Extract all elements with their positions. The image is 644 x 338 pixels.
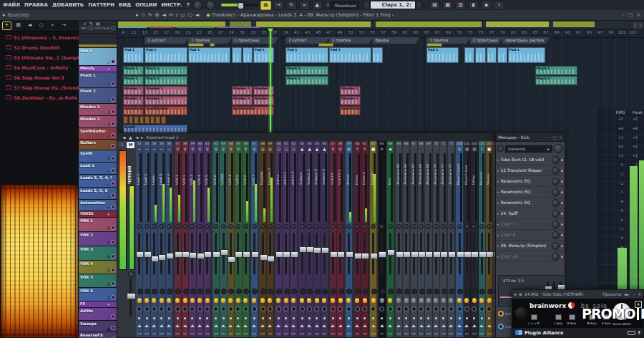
channel-mute-light[interactable]: [371, 298, 376, 303]
master-volume-slider[interactable]: [221, 4, 258, 6]
minimize-button[interactable]: –: [622, 12, 625, 18]
pattern-clip[interactable]: Pad 1: [286, 47, 328, 63]
pattern-clip[interactable]: Rhodes 1: [232, 86, 253, 95]
fx-slot-7[interactable]: ▸Слот 7: [496, 219, 565, 230]
channel-dot[interactable]: [199, 317, 201, 319]
channel-mute-light[interactable]: [307, 298, 311, 303]
channel-pan-knob[interactable]: [276, 224, 281, 229]
pattern-clip[interactable]: [475, 47, 485, 63]
channel-dot[interactable]: [245, 317, 247, 319]
channel-dot[interactable]: [450, 317, 452, 319]
pattern-clip[interactable]: [464, 47, 474, 63]
pattern-clip[interactable]: [155, 116, 160, 124]
channel-dot[interactable]: [184, 317, 186, 319]
channel-dot[interactable]: [473, 317, 475, 319]
track-mute-dot[interactable]: [111, 226, 115, 230]
channel-pan-knob[interactable]: [213, 224, 218, 229]
channel-record-button[interactable]: [175, 306, 180, 312]
channel-sep-knob[interactable]: [252, 289, 258, 294]
channel-dot[interactable]: [206, 317, 208, 319]
mixer-channel-55[interactable]: 55▲Sweeps 3: [313, 141, 321, 337]
track-mute-dot[interactable]: [111, 193, 115, 198]
channel-sep-knob[interactable]: [167, 289, 172, 294]
channel-sep-knob[interactable]: [284, 289, 290, 294]
pattern-clip[interactable]: [123, 116, 128, 124]
fx-slot-10[interactable]: ▸Слот 10: [496, 251, 565, 262]
tracklist-tool-icon[interactable]: +: [83, 21, 87, 26]
fx-slot-enable-dot[interactable]: [561, 256, 563, 258]
channel-sep-knob[interactable]: [346, 289, 352, 294]
channel-fx-toggle[interactable]: [160, 324, 164, 327]
menu-item-6[interactable]: ИНСТР.: [161, 2, 182, 8]
channel-sep-knob[interactable]: [363, 289, 369, 294]
skip-icon[interactable]: →: [59, 21, 69, 30]
pattern-clip[interactable]: Pad 1: [329, 47, 372, 63]
channel-mute-light[interactable]: [175, 298, 180, 303]
channel-record-button[interactable]: [426, 306, 431, 312]
pattern-clip[interactable]: Pluck 1: [535, 66, 578, 75]
mixer-window[interactable]: ▪▲◄▸Компактный 2 › 1 M ЧЕТКИЙ 32~Lead 13…: [117, 132, 495, 338]
channel-dot[interactable]: [466, 317, 468, 319]
channel-fader-track[interactable]: [160, 233, 162, 274]
channel-sep-knob[interactable]: [300, 289, 306, 294]
pattern-clip[interactable]: Pluck 1: [145, 66, 187, 75]
channel-mute-light[interactable]: [300, 298, 304, 303]
master-pan-knob[interactable]: [128, 271, 135, 278]
menu-item-0[interactable]: ФАЙЛ: [3, 2, 20, 8]
track-row[interactable]: Pad 1♪: [79, 48, 117, 66]
fx-slot-enable-dot[interactable]: [561, 159, 563, 161]
fx-slot-enable-dot[interactable]: [561, 245, 563, 247]
channel-mute-light[interactable]: [243, 298, 248, 303]
channel-record-button[interactable]: [314, 306, 319, 312]
channel-dot[interactable]: [332, 317, 334, 319]
channel-pan-knob[interactable]: [457, 224, 462, 229]
channel-mute-light[interactable]: [197, 298, 202, 303]
menu-item-5[interactable]: ОПЦИИ: [135, 2, 157, 8]
fx-slot-enable-dot[interactable]: [561, 202, 563, 204]
magnet-icon[interactable]: ∩: [142, 12, 145, 18]
pattern-clip[interactable]: [145, 116, 150, 124]
maximize-button[interactable]: □: [628, 12, 633, 18]
channel-pan-knob[interactable]: [338, 224, 343, 229]
snap-selector[interactable]: Линейная: [330, 1, 359, 9]
channel-fx-toggle[interactable]: [434, 324, 438, 327]
channel-pan-knob[interactable]: [228, 224, 233, 229]
pattern-clip[interactable]: [426, 43, 442, 47]
channel-fx-toggle[interactable]: [346, 324, 351, 327]
channel-pan-knob[interactable]: [182, 224, 187, 229]
track-mute-dot[interactable]: [111, 205, 115, 209]
channel-sep-knob[interactable]: [322, 289, 328, 294]
channel-mute-light[interactable]: [228, 298, 233, 303]
channel-dot[interactable]: [488, 317, 490, 319]
channel-sep-knob[interactable]: [152, 289, 157, 294]
fx-slot-enable-dot[interactable]: [561, 180, 563, 183]
channel-pan-knob[interactable]: [145, 224, 150, 229]
channel-dot[interactable]: [481, 317, 483, 319]
channel-dot[interactable]: [420, 317, 422, 319]
slide-icon[interactable]: ↔: [169, 12, 173, 18]
channel-sep-knob[interactable]: [371, 289, 377, 294]
channel-sep-knob[interactable]: [464, 289, 470, 294]
channel-fader-track[interactable]: [301, 233, 303, 274]
channel-record-button[interactable]: [228, 306, 233, 312]
channel-pan-knob[interactable]: [268, 224, 273, 229]
channel-fx-toggle[interactable]: [152, 324, 156, 327]
channel-pan-knob[interactable]: [307, 224, 312, 229]
channel-record-button[interactable]: [419, 306, 424, 312]
fx-slot-enable-dot[interactable]: [561, 234, 563, 236]
channel-pan-knob[interactable]: [362, 224, 367, 229]
channel-mute-light[interactable]: [167, 298, 171, 303]
channel-pan-knob[interactable]: [167, 224, 172, 229]
channel-pan-knob[interactable]: [419, 224, 424, 229]
track-mute-dot[interactable]: [111, 314, 115, 319]
track-group-header[interactable]: VOXES▾: [79, 211, 117, 218]
mixer-master-tab[interactable]: M: [127, 142, 135, 148]
channel-sep-knob[interactable]: [175, 289, 181, 294]
pattern-next-button[interactable]: ›: [416, 1, 422, 10]
channel-fx-toggle[interactable]: [190, 324, 195, 327]
track-row[interactable]: VOX 4♀: [79, 261, 117, 274]
channel-fader-handle[interactable]: [321, 247, 329, 254]
channel-pan-knob[interactable]: [355, 224, 360, 229]
channel-dot[interactable]: [177, 317, 179, 319]
channel-record-button[interactable]: [472, 306, 477, 312]
